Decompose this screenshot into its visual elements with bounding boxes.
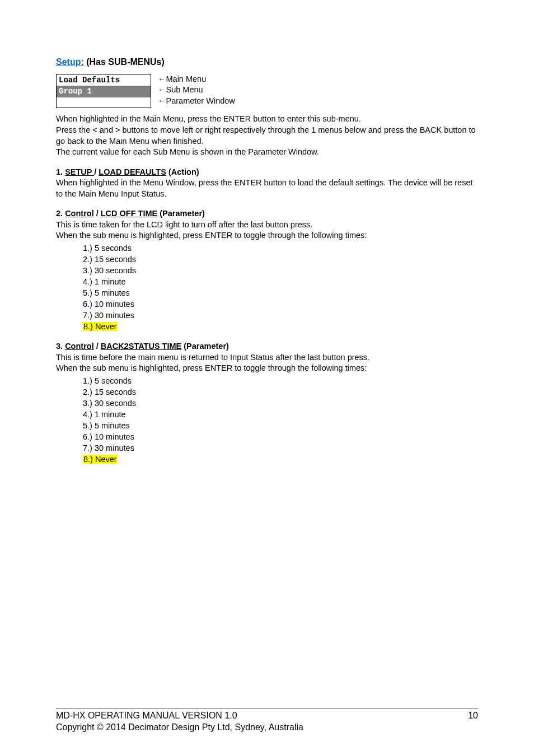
list-item: 8.) Never [83, 454, 478, 465]
list-item: 4.) 1 minute [83, 409, 478, 420]
heading-number: 2. [56, 209, 65, 218]
section-3-body: When the sub menu is highlighted, press … [56, 363, 478, 374]
lcd-display-wrap: Load Defaults Group 1 ←Main Menu ←Sub Me… [56, 74, 478, 109]
legend-param-label: Parameter Window [166, 96, 235, 105]
arrow-left-icon: ← [158, 85, 166, 94]
list-item: 7.) 30 minutes [83, 310, 478, 321]
legend-sub: ←Sub Menu [158, 85, 235, 96]
lcd-sub-menu: Group 1 [57, 86, 151, 97]
heading-path: Control [65, 342, 94, 351]
lcd-parameter-window [57, 97, 151, 108]
heading-path: LOAD DEFAULTS [99, 167, 166, 176]
heading-tag: (Parameter) [181, 342, 229, 351]
lcd-main-menu: Load Defaults [57, 74, 151, 86]
list-item: 8.) Never [83, 321, 478, 332]
list-item: 3.) 30 seconds [83, 398, 478, 409]
heading-number: 3. [56, 342, 65, 351]
list-item: 5.) 5 minutes [83, 420, 478, 431]
section-3-list: 1.) 5 seconds2.) 15 seconds3.) 30 second… [56, 375, 478, 465]
title-rest: (Has SUB-MENUs) [84, 57, 165, 67]
legend-sub-label: Sub Menu [166, 85, 203, 94]
legend-main-label: Main Menu [166, 74, 207, 83]
heading-sep: / [94, 209, 101, 218]
section-1-body: When highlighted in the Menu Window, pre… [56, 178, 478, 199]
intro-paragraph: When highlighted in the Main Menu, press… [56, 114, 478, 125]
title-link: Setup: [56, 57, 84, 67]
section-2-body: This is time taken for the LCD light to … [56, 220, 478, 231]
section-3-body: This is time before the main menu is ret… [56, 352, 478, 363]
list-item: 4.) 1 minute [83, 276, 478, 287]
list-item: 6.) 10 minutes [83, 298, 478, 310]
lcd-legend: ←Main Menu ←Sub Menu ←Parameter Window [158, 74, 235, 107]
section-1-heading: 1. SETUP / LOAD DEFAULTS (Action) [56, 167, 478, 178]
section-3-heading: 3. Control / BACK2STATUS TIME (Parameter… [56, 341, 478, 352]
list-item: 1.) 5 seconds [83, 375, 478, 386]
heading-path: LCD OFF TIME [101, 209, 158, 218]
heading-number: 1. [56, 167, 65, 176]
footer: MD-HX OPERATING MANUAL VERSION 1.0 10 Co… [56, 708, 478, 734]
heading-sep: / [94, 342, 101, 351]
section-2-body: When the sub menu is highlighted, press … [56, 230, 478, 241]
heading-tag: (Parameter) [157, 209, 205, 218]
heading-path: BACK2STATUS TIME [101, 342, 181, 351]
list-item: 2.) 15 seconds [83, 254, 478, 265]
legend-param: ←Parameter Window [158, 96, 235, 107]
list-item: 1.) 5 seconds [83, 242, 478, 254]
section-2-heading: 2. Control / LCD OFF TIME (Parameter) [56, 208, 478, 220]
list-item: 7.) 30 minutes [83, 442, 478, 454]
heading-tag: (Action) [166, 167, 199, 176]
arrow-left-icon: ← [158, 96, 166, 105]
lcd-display: Load Defaults Group 1 [56, 74, 151, 109]
list-item: 3.) 30 seconds [83, 265, 478, 276]
intro-paragraph: Press the < and > buttons to move left o… [56, 125, 478, 147]
heading-path: Control [65, 209, 94, 218]
legend-main: ←Main Menu [158, 74, 235, 85]
arrow-left-icon: ← [158, 74, 166, 83]
list-item: 2.) 15 seconds [83, 386, 478, 398]
intro-paragraph: The current value for each Sub Menu is s… [56, 147, 478, 158]
list-item: 5.) 5 minutes [83, 287, 478, 298]
footer-title: MD-HX OPERATING MANUAL VERSION 1.0 [56, 710, 237, 722]
heading-path: SETUP [65, 167, 94, 176]
page-title: Setup: (Has SUB-MENUs) [56, 56, 478, 68]
section-2-list: 1.) 5 seconds2.) 15 seconds3.) 30 second… [56, 242, 478, 332]
footer-page-number: 10 [468, 710, 478, 722]
footer-copyright: Copyright © 2014 Decimator Design Pty Lt… [56, 721, 478, 734]
list-item: 6.) 10 minutes [83, 431, 478, 442]
